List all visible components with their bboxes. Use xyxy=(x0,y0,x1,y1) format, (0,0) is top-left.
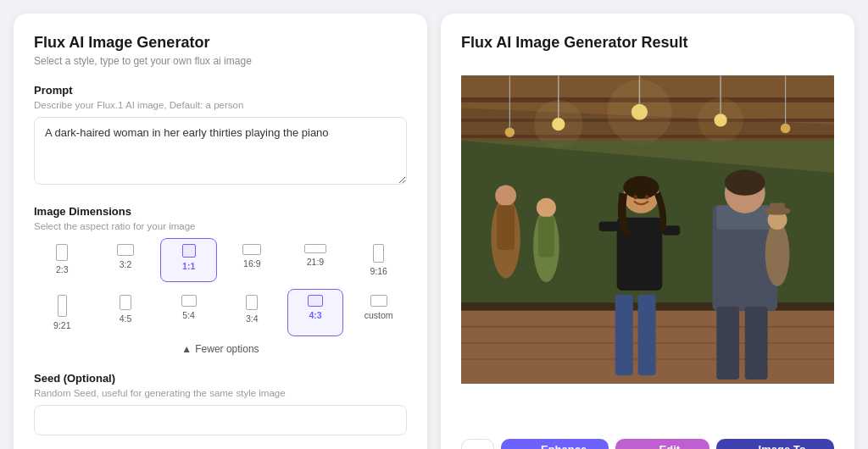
dimensions-label: Image Dimensions xyxy=(34,205,407,218)
dim-label-custom: custom xyxy=(364,310,393,320)
dim-option-3-2[interactable]: 3:2 xyxy=(97,238,154,282)
dim-option-4-3[interactable]: 4:3 xyxy=(287,289,344,336)
svg-rect-31 xyxy=(615,295,633,376)
dim-option-16-9[interactable]: 16:9 xyxy=(224,238,281,282)
dim-option-3-4[interactable]: 3:4 xyxy=(224,289,281,336)
dim-icon-9-16 xyxy=(373,244,384,263)
enhance-label: Enhance HD xyxy=(533,443,595,449)
svg-rect-62 xyxy=(745,307,768,380)
dim-option-21-9[interactable]: 21:9 xyxy=(287,238,344,282)
dim-icon-5-4 xyxy=(181,295,197,307)
dim-icon-1-1 xyxy=(182,244,196,258)
right-title: Flux AI Image Generator Result xyxy=(461,34,834,52)
dimensions-grid-row1: 2:33:21:116:921:99:16 xyxy=(34,238,407,282)
dim-label-4-3: 4:3 xyxy=(309,310,321,320)
dim-label-9-21: 9:21 xyxy=(53,320,70,330)
svg-point-60 xyxy=(725,169,765,196)
dim-icon-custom xyxy=(370,295,387,307)
left-panel: Flux AI Image Generator Select a style, … xyxy=(14,14,427,449)
seed-input[interactable] xyxy=(34,405,407,435)
seed-section: Seed (Optional) Random Seed, useful for … xyxy=(34,372,407,435)
result-image xyxy=(461,69,834,391)
svg-point-55 xyxy=(633,195,637,199)
dim-label-4-5: 4:5 xyxy=(120,313,132,324)
dim-icon-4-5 xyxy=(120,295,131,310)
dim-label-21-9: 21:9 xyxy=(307,257,324,267)
svg-rect-61 xyxy=(716,307,739,380)
svg-rect-66 xyxy=(770,202,784,212)
dim-option-2-3[interactable]: 2:3 xyxy=(34,238,91,282)
dim-option-custom[interactable]: custom xyxy=(350,289,407,336)
seed-label: Seed (Optional) xyxy=(34,372,407,385)
dim-option-5-4[interactable]: 5:4 xyxy=(160,289,217,336)
svg-rect-32 xyxy=(638,295,656,376)
svg-point-12 xyxy=(505,127,515,136)
dim-icon-4-3 xyxy=(308,295,323,307)
svg-point-56 xyxy=(645,195,649,199)
fewer-options-label: Fewer options xyxy=(195,343,259,355)
prompt-hint: Describe your Flux.1 AI image, Default: … xyxy=(34,100,407,110)
app-container: Flux AI Image Generator Select a style, … xyxy=(14,14,854,449)
result-image-wrap xyxy=(461,69,834,422)
download-button[interactable]: ⬇ xyxy=(461,439,494,449)
prompt-section: Prompt Describe your Flux.1 AI image, De… xyxy=(34,84,407,188)
left-subtitle: Select a style, type to get your own flu… xyxy=(34,55,407,67)
dim-icon-2-3 xyxy=(56,244,68,261)
dim-icon-3-2 xyxy=(117,244,134,256)
dim-option-9-21[interactable]: 9:21 xyxy=(34,289,91,336)
dim-label-1-1: 1:1 xyxy=(182,261,195,271)
dim-icon-21-9 xyxy=(304,244,326,253)
svg-point-14 xyxy=(781,124,790,133)
fewer-options-btn[interactable]: ▲ Fewer options xyxy=(34,343,407,355)
image-to-video-button[interactable]: ▶ Image To Video xyxy=(716,439,834,449)
dim-label-3-4: 3:4 xyxy=(246,313,259,324)
seed-hint: Random Seed, useful for generating the s… xyxy=(34,388,407,398)
dim-label-16-9: 16:9 xyxy=(243,258,260,269)
dim-option-1-1[interactable]: 1:1 xyxy=(160,238,217,282)
video-label: Image To Video xyxy=(743,443,821,449)
prompt-label: Prompt xyxy=(34,84,407,97)
dimensions-hint: Select the aspect ratio for your image xyxy=(34,221,407,231)
svg-point-17 xyxy=(607,80,672,145)
edit-image-button[interactable]: ✎ Edit Image xyxy=(615,439,710,449)
svg-rect-30 xyxy=(538,217,554,258)
result-actions: ⬇ ✨ Enhance HD ✎ Edit Image ▶ Image To V… xyxy=(461,435,834,449)
dimensions-grid-row2: 9:214:55:43:44:3custom xyxy=(34,289,407,336)
svg-point-18 xyxy=(698,97,743,143)
svg-point-63 xyxy=(765,221,790,286)
right-panel: Flux AI Image Generator Result xyxy=(441,14,854,449)
dimensions-section: Image Dimensions Select the aspect ratio… xyxy=(34,205,407,355)
svg-rect-51 xyxy=(599,221,619,230)
dim-label-9-16: 9:16 xyxy=(370,266,387,276)
chevron-up-icon: ▲ xyxy=(181,343,192,355)
dim-label-2-3: 2:3 xyxy=(56,264,69,274)
svg-point-29 xyxy=(537,198,556,218)
svg-point-54 xyxy=(623,176,659,199)
dim-icon-16-9 xyxy=(242,244,261,255)
enhance-hd-button[interactable]: ✨ Enhance HD xyxy=(501,439,609,449)
dim-option-4-5[interactable]: 4:5 xyxy=(97,289,154,336)
svg-point-26 xyxy=(495,185,516,206)
edit-label: Edit Image xyxy=(643,443,697,449)
left-title: Flux AI Image Generator xyxy=(34,34,407,52)
dim-label-5-4: 5:4 xyxy=(182,310,195,320)
dim-icon-3-4 xyxy=(246,295,258,310)
svg-rect-27 xyxy=(497,205,515,250)
prompt-input[interactable]: A dark-haired woman in her early thirtie… xyxy=(34,117,407,185)
dim-icon-9-21 xyxy=(58,295,67,317)
dim-option-9-16[interactable]: 9:16 xyxy=(350,238,407,282)
dim-label-3-2: 3:2 xyxy=(120,259,132,269)
